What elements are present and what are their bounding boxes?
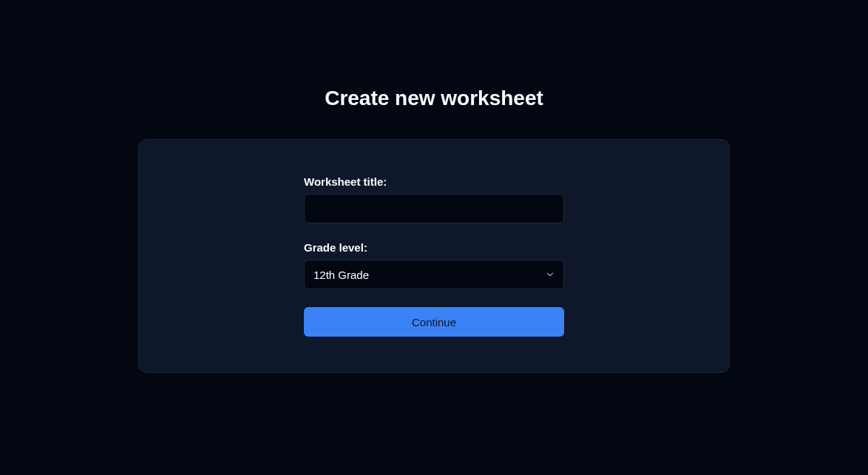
form-card: Worksheet title: Grade level: 12th Grade… [138, 139, 730, 373]
continue-button[interactable]: Continue [304, 307, 564, 337]
worksheet-title-input[interactable] [304, 194, 564, 223]
form-inner: Worksheet title: Grade level: 12th Grade… [304, 175, 564, 337]
grade-field-group: Grade level: 12th Grade [304, 241, 564, 289]
grade-label: Grade level: [304, 241, 564, 254]
page-title: Create new worksheet [325, 84, 543, 112]
grade-select-wrapper: 12th Grade [304, 260, 564, 289]
grade-select[interactable]: 12th Grade [304, 260, 564, 289]
title-field-group: Worksheet title: [304, 175, 564, 223]
title-label: Worksheet title: [304, 175, 564, 188]
